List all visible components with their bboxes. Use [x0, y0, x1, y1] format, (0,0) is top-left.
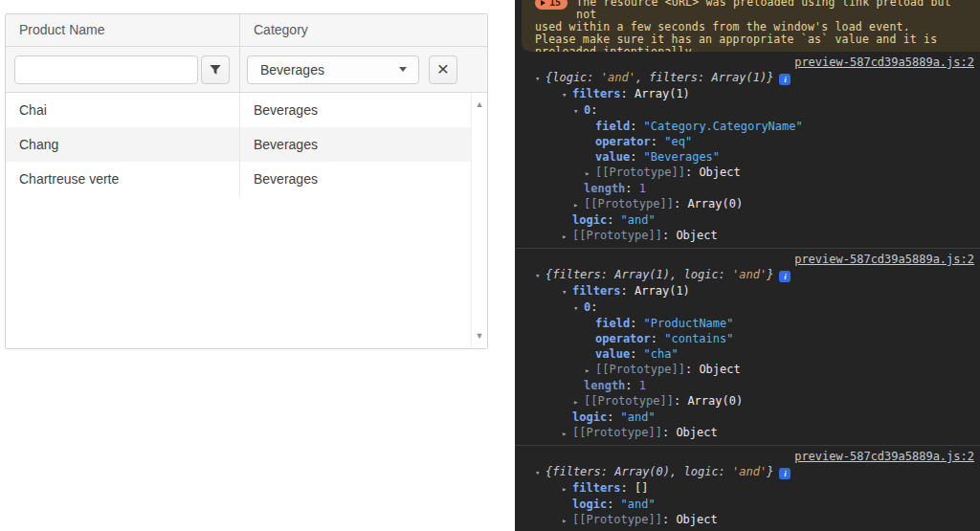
console-object-line: logic: "and": [515, 212, 980, 228]
console-token: filters: [572, 87, 621, 100]
console-token: :: [625, 182, 638, 195]
console-token: Array(1): [635, 87, 690, 100]
console-token: 1: [639, 379, 646, 392]
console-token: :: [607, 410, 620, 424]
console-token: logic: [572, 498, 607, 511]
console-token: :: [630, 347, 643, 361]
console-token: }: [767, 268, 773, 281]
collapse-arrow-icon[interactable]: ▾: [535, 71, 546, 86]
expand-arrow-icon[interactable]: ▸: [585, 363, 595, 378]
table-row[interactable]: Chartreuse verteBeverages: [6, 162, 487, 196]
console-token: [[Prototype]]: [584, 394, 674, 408]
console-object-line: ▾{logic: 'and', filters: Array(1)}i: [515, 70, 980, 86]
header-scrollbar-filler: [470, 14, 487, 46]
console-token: [[Prototype]]: [595, 363, 685, 376]
console-object-line: field: "ProductName": [515, 316, 980, 331]
console-token: Object: [676, 513, 717, 526]
console-token: value: [595, 347, 630, 361]
console-object-line: logic: "and": [515, 497, 980, 512]
category-dropdown[interactable]: Beverages: [247, 55, 419, 84]
expand-arrow-icon[interactable]: ▸: [562, 426, 572, 441]
console-warning: 15 The resource <URL> was preloaded usin…: [522, 0, 980, 52]
source-link[interactable]: preview-587cd39a5889a.js:2: [794, 55, 974, 69]
console-token: {filters: Array(0), logic:: [546, 465, 732, 478]
console-token: , filters:: [635, 71, 711, 84]
console-token: filters: [572, 481, 621, 495]
grid-filter-row: Beverages ×: [6, 47, 487, 93]
table-row[interactable]: ChangBeverages: [6, 127, 487, 162]
vertical-scrollbar[interactable]: ▲ ▼: [471, 93, 487, 347]
console-object-line: ▾{filters: Array(0), logic: 'and'}i: [515, 464, 980, 480]
category-cell: Beverages: [240, 93, 470, 127]
expand-arrow-icon[interactable]: ▸: [562, 229, 572, 244]
source-link-row: preview-587cd39a5889a.js:2: [515, 449, 980, 464]
clear-filter-button[interactable]: ×: [429, 55, 457, 84]
collapse-arrow-icon[interactable]: ▾: [573, 300, 584, 316]
category-cell: Beverages: [240, 127, 470, 162]
console-object-line: ▸[[Prototype]]: Object: [515, 362, 980, 378]
console-object-line: ▸[[Prototype]]: Array(0): [515, 196, 980, 212]
info-icon[interactable]: i: [779, 271, 791, 282]
collapse-arrow-icon[interactable]: ▾: [535, 465, 546, 480]
console-object-line: ▸[[Prototype]]: Object: [515, 228, 980, 244]
console-object-line: ▾0:: [515, 299, 980, 316]
product-name-cell: Chartreuse verte: [6, 162, 240, 196]
table-row[interactable]: ChaiBeverages: [6, 93, 487, 127]
console-token: "eq": [664, 135, 692, 148]
console-token: Object: [676, 426, 717, 439]
console-token: [[Prototype]]: [595, 166, 685, 179]
console-token: value: [595, 150, 630, 164]
filter-button[interactable]: [201, 55, 230, 84]
console-token: Object: [699, 363, 740, 376]
console-token: :: [662, 513, 676, 526]
console-token: logic: [572, 213, 607, 227]
console-token: Array(0): [687, 197, 743, 210]
console-token: :: [651, 332, 664, 345]
warning-count-badge[interactable]: 15: [535, 0, 568, 10]
console-token: :: [662, 229, 676, 242]
warning-text-line: The resource <URL> was preloaded using l…: [535, 0, 970, 21]
grid-header-row: Product Name Category: [6, 14, 487, 47]
console-object-line: logic: "and": [515, 409, 980, 425]
console-token: "contains": [664, 332, 733, 345]
collapse-arrow-icon[interactable]: ▾: [562, 284, 572, 299]
console-entry: preview-587cd39a5889a.js:2▾{logic: 'and'…: [515, 52, 980, 248]
collapse-arrow-icon[interactable]: ▾: [562, 87, 572, 102]
expand-arrow-icon[interactable]: ▸: [562, 513, 572, 528]
console-object-line: ▾filters: Array(1): [515, 283, 980, 299]
scroll-down-icon[interactable]: ▼: [472, 331, 487, 341]
source-link[interactable]: preview-587cd39a5889a.js:2: [794, 253, 974, 266]
info-icon[interactable]: i: [779, 468, 791, 479]
console-entry: preview-587cd39a5889a.js:2▾{filters: Arr…: [515, 248, 980, 445]
console-object-line: field: "Category.CategoryName": [515, 119, 980, 134]
warning-count: 15: [549, 0, 561, 10]
category-filter-cell: Beverages ×: [240, 47, 470, 92]
console-token: {filters: Array(1), logic:: [546, 268, 732, 281]
console-token: field: [595, 120, 630, 133]
expand-arrow-icon[interactable]: ▸: [585, 166, 595, 181]
console-token: 'and': [732, 268, 767, 281]
console-token: 'and': [601, 71, 635, 84]
source-link[interactable]: preview-587cd39a5889a.js:2: [794, 450, 974, 463]
console-token: "ProductName": [644, 317, 734, 330]
scroll-up-icon[interactable]: ▲: [472, 100, 487, 109]
console-token: :: [621, 284, 635, 298]
console-token: "and": [621, 410, 656, 424]
collapse-arrow-icon[interactable]: ▾: [535, 268, 546, 283]
funnel-icon: [209, 63, 222, 77]
product-filter-input[interactable]: [14, 55, 198, 84]
expand-arrow-icon[interactable]: ▸: [573, 197, 584, 212]
console-token: filters: [572, 284, 621, 298]
console-token: :: [630, 317, 643, 330]
expand-triangle-icon: [541, 0, 546, 6]
console-token: :: [607, 213, 620, 227]
expand-arrow-icon[interactable]: ▸: [573, 394, 584, 409]
console-token: :: [607, 498, 620, 511]
collapse-arrow-icon[interactable]: ▾: [573, 103, 584, 119]
expand-arrow-icon[interactable]: ▸: [562, 481, 572, 497]
info-icon[interactable]: i: [779, 74, 791, 85]
console-object-line: ▾0:: [515, 102, 980, 119]
console-token: :: [674, 197, 687, 210]
console-token: :: [625, 379, 638, 392]
console-object-line: operator: "contains": [515, 331, 980, 346]
